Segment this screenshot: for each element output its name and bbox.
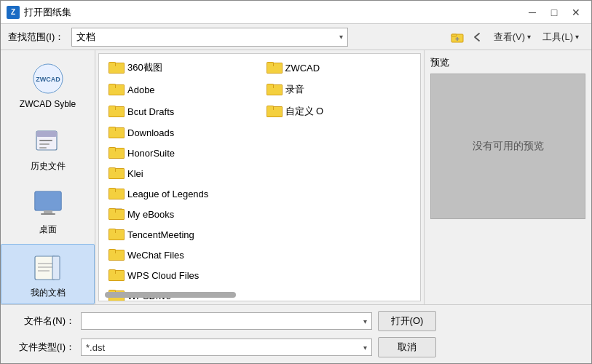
new-folder-icon[interactable]	[448, 28, 467, 47]
toolbar-action-buttons: 查看(V) ▾ 工具(L) ▾	[448, 28, 584, 47]
list-item[interactable]: TencentMeeting	[102, 226, 260, 243]
my-docs-icon	[31, 249, 66, 284]
main-area: ZWCAD ZWCAD Syble 历史文件	[1, 50, 591, 304]
sidebar-item-desktop[interactable]: 桌面	[1, 181, 95, 241]
filename-dropdown-arrow: ▾	[363, 317, 367, 325]
dropdown-arrow-icon: ▾	[339, 33, 343, 41]
app-icon: Z	[7, 6, 20, 19]
list-item[interactable]: Bcut Drafts	[102, 103, 260, 120]
file-list: 360截图 ZWCAD Adobe 录音 Bcut Drafts 自定义 O D…	[99, 54, 420, 301]
svg-rect-9	[39, 143, 50, 145]
toolbar-row: 查找范围(I)： 文档 ▾ 查看(V) ▾ 工具(L) ▾	[1, 24, 591, 50]
view-menu-button[interactable]: 查看(V) ▾	[489, 28, 536, 47]
title-bar: Z 打开图纸集 ─ □ ✕	[1, 1, 591, 24]
filename-row: 文件名(N)： ▾ 打开(O)	[9, 311, 583, 331]
filetype-input[interactable]: *.dst ▾	[81, 339, 372, 356]
tools-menu-arrow: ▾	[575, 33, 579, 41]
list-item[interactable]: WeChat Files	[102, 246, 260, 264]
sidebar-item-history[interactable]: 历史文件	[1, 117, 95, 178]
sidebar-item-label: 桌面	[39, 223, 57, 236]
history-icon	[31, 122, 66, 157]
maximize-button[interactable]: □	[545, 4, 564, 20]
view-menu-arrow: ▾	[527, 33, 531, 41]
preview-box: 没有可用的预览	[430, 74, 585, 219]
list-item[interactable]: My eBooks	[102, 205, 260, 223]
svg-rect-12	[35, 191, 61, 210]
list-item[interactable]: 360截图	[102, 58, 260, 77]
list-item[interactable]: ZWCAD	[260, 59, 418, 76]
svg-rect-10	[39, 147, 47, 149]
list-item[interactable]: HonorSuite	[102, 144, 260, 162]
svg-text:ZWCAD: ZWCAD	[36, 76, 60, 83]
filetype-value: *.dst	[86, 342, 105, 353]
list-item[interactable]: Adobe	[102, 81, 260, 98]
location-text: 文档	[76, 31, 339, 44]
search-range-label: 查找范围(I)：	[8, 31, 64, 44]
desktop-icon	[31, 186, 66, 221]
svg-rect-1	[451, 34, 457, 36]
sidebar-item-label: 历史文件	[31, 160, 66, 173]
cancel-button[interactable]: 取消	[378, 337, 436, 357]
go-back-icon[interactable]	[468, 28, 487, 47]
list-item[interactable]: WPS Cloud Files	[102, 266, 260, 284]
tools-menu-button[interactable]: 工具(L) ▾	[537, 28, 584, 47]
svg-rect-13	[44, 210, 52, 213]
dialog-open-drawing-set: Z 打开图纸集 ─ □ ✕ 查找范围(I)： 文档 ▾ 查看(V) ▾	[0, 0, 592, 364]
sidebar-item-my-docs[interactable]: 我的文档	[1, 244, 95, 304]
sidebar-item-zwcad-syble[interactable]: ZWCAD ZWCAD Syble	[1, 56, 95, 114]
dialog-title: 打开图纸集	[24, 6, 523, 19]
filetype-dropdown-arrow: ▾	[363, 344, 367, 352]
svg-rect-8	[39, 140, 52, 141]
sidebar-item-label: ZWCAD Syble	[20, 99, 76, 109]
list-item[interactable]: Downloads	[102, 124, 260, 141]
filetype-row: 文件类型(I)： *.dst ▾ 取消	[9, 337, 583, 357]
svg-rect-21	[109, 209, 122, 219]
list-item[interactable]: League of Legends	[102, 185, 260, 202]
no-preview-text: 没有可用的预览	[473, 140, 544, 153]
file-list-container[interactable]: 360截图 ZWCAD Adobe 录音 Bcut Drafts 自定义 O D…	[98, 53, 421, 301]
zwcad-syble-icon: ZWCAD	[31, 61, 66, 96]
svg-rect-14	[41, 213, 55, 215]
close-button[interactable]: ✕	[567, 4, 585, 20]
list-item[interactable]: 录音	[260, 80, 418, 99]
window-controls: ─ □ ✕	[523, 4, 585, 20]
preview-panel: 预览 没有可用的预览	[424, 50, 591, 304]
bottom-area: 文件名(N)： ▾ 打开(O) 文件类型(I)： *.dst ▾ 取消	[1, 304, 591, 363]
filetype-label: 文件类型(I)：	[9, 341, 75, 354]
open-button[interactable]: 打开(O)	[378, 311, 436, 331]
sidebar-item-label: 我的文档	[31, 287, 66, 299]
svg-rect-20	[52, 256, 60, 280]
sidebar: ZWCAD ZWCAD Syble 历史文件	[1, 50, 95, 304]
svg-rect-7	[36, 131, 57, 137]
filename-input[interactable]: ▾	[81, 312, 372, 330]
horizontal-scrollbar[interactable]	[105, 292, 236, 298]
filename-label: 文件名(N)：	[9, 314, 75, 328]
svg-rect-23	[110, 210, 115, 218]
location-dropdown[interactable]: 文档 ▾	[71, 28, 348, 47]
minimize-button[interactable]: ─	[523, 4, 542, 20]
list-item[interactable]: Klei	[102, 165, 260, 182]
preview-label: 预览	[430, 56, 585, 69]
list-item[interactable]: 自定义 O	[260, 102, 418, 121]
